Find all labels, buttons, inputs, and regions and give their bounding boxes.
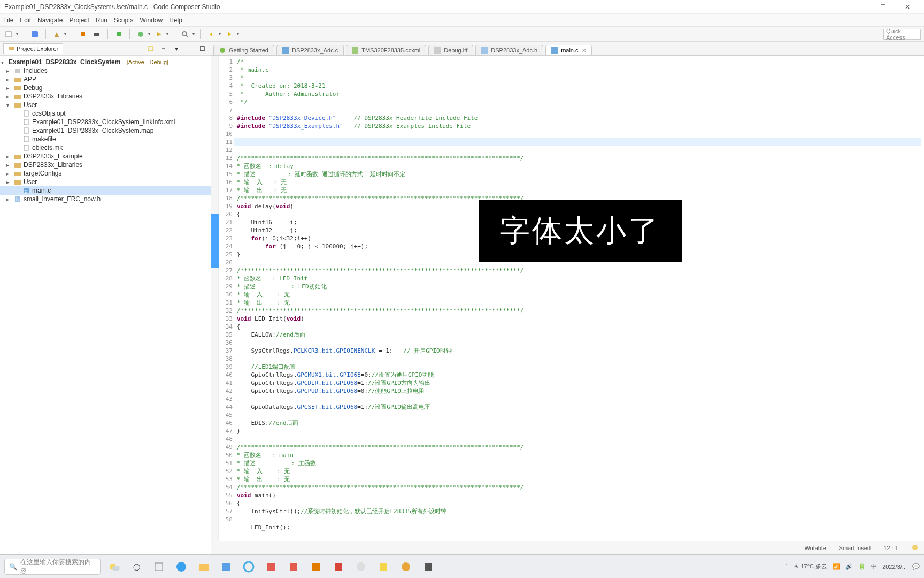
caret-icon[interactable]: ▾ — [6, 102, 12, 108]
tree-item[interactable]: ▸Debug — [0, 83, 211, 92]
quick-access-input[interactable]: Quick Access — [883, 29, 921, 40]
taskview-button[interactable]: ◯ — [127, 558, 145, 576]
maximize-button[interactable]: ☐ — [871, 0, 895, 14]
project-explorer-tab[interactable]: Project Explorer — [3, 43, 63, 54]
tree-item[interactable]: makefile — [0, 135, 211, 143]
caret-down-icon[interactable]: ▾ — [1, 59, 6, 65]
network-icon[interactable]: 📶 — [833, 563, 840, 570]
back-dropdown-icon[interactable]: ▾ — [219, 32, 221, 36]
tree-item[interactable]: ▸DSP2833x_Example — [0, 152, 211, 161]
file-explorer-icon[interactable] — [195, 558, 213, 576]
menu-project[interactable]: Project — [69, 17, 89, 24]
tree-item[interactable]: ▸User — [0, 178, 211, 186]
editor-tab[interactable]: DSP2833x_Adc.h — [475, 45, 543, 55]
tree-item[interactable]: Example01_DSP2833x_ClockSystem_linkInfo.… — [0, 118, 211, 126]
edge-icon[interactable] — [172, 558, 190, 576]
close-window-button[interactable]: ✕ — [895, 0, 920, 14]
taskbar-app-icon[interactable] — [240, 558, 258, 576]
save-button[interactable] — [29, 29, 40, 40]
chip-button[interactable] — [91, 29, 102, 40]
forward-button[interactable] — [224, 29, 235, 40]
menu-run[interactable]: Run — [96, 17, 107, 24]
taskbar-app-icon[interactable] — [262, 558, 280, 576]
tree-item[interactable]: ▸Includes — [0, 66, 211, 75]
editor-tab[interactable]: Debug.ltf — [428, 45, 473, 55]
menu-navigate[interactable]: Navigate — [37, 17, 63, 24]
menu-file[interactable]: File — [3, 17, 13, 24]
editor-tab[interactable]: main.c✕ — [545, 45, 591, 55]
tree-item[interactable]: ccsObjs.opt — [0, 109, 211, 118]
code-editor-area[interactable]: /* * main.c * * Created on: 2018-3-21 * … — [234, 56, 924, 541]
build-dropdown-icon[interactable]: ▾ — [64, 32, 66, 36]
weather-tray[interactable]: ☀ 17°C 多云 — [794, 562, 827, 571]
taskbar-app-icon[interactable] — [374, 558, 392, 576]
editor-tab[interactable]: Getting Started — [213, 45, 274, 55]
caret-icon[interactable]: ▸ — [6, 171, 12, 177]
search-dropdown-icon[interactable]: ▾ — [192, 32, 195, 36]
editor-tab[interactable]: DSP2833x_Adc.c — [276, 45, 344, 55]
search-button[interactable] — [180, 29, 190, 40]
tray-up-icon[interactable]: ˄ — [785, 563, 788, 570]
taskbar-app-icon[interactable] — [329, 558, 348, 576]
notifications-icon[interactable]: 💬 — [912, 563, 920, 570]
taskbar-app-icon[interactable] — [397, 558, 415, 576]
caret-icon[interactable]: ▸ — [6, 85, 12, 91]
forward-dropdown-icon[interactable]: ▾ — [237, 32, 239, 36]
new-dropdown-icon[interactable]: ▾ — [16, 32, 18, 36]
project-tree[interactable]: ▾ Example01_DSP2833x_ClockSystem [Active… — [0, 56, 211, 554]
taskbar-app-icon[interactable] — [352, 558, 370, 576]
tree-item[interactable]: ▸APP — [0, 75, 211, 83]
caret-icon[interactable]: ▸ — [6, 154, 12, 159]
tree-item[interactable]: cmain.c — [0, 186, 211, 195]
stop-button[interactable] — [113, 29, 124, 40]
tray-clock[interactable]: 2022/3/... — [882, 564, 907, 570]
tree-item[interactable]: ▸hsmall_inverter_FRC_now.h — [0, 195, 211, 203]
back-button[interactable] — [206, 29, 217, 40]
taskbar-app-icon[interactable] — [307, 558, 325, 576]
weather-widget-icon[interactable] — [105, 558, 123, 576]
run-dropdown-icon[interactable]: ▾ — [166, 32, 168, 36]
svg-rect-17 — [14, 95, 21, 99]
flash-button[interactable] — [78, 29, 88, 40]
menu-edit[interactable]: Edit — [20, 17, 31, 24]
taskbar-app-icon[interactable] — [217, 558, 235, 576]
taskbar-search-input[interactable]: 🔍 在这里输入你要搜索的内容 — [4, 559, 101, 575]
debug-button[interactable] — [135, 29, 146, 40]
close-tab-icon[interactable]: ✕ — [582, 48, 586, 54]
caret-icon[interactable]: ▸ — [6, 162, 12, 168]
menu-help[interactable]: Help — [169, 17, 182, 24]
view-menu-button[interactable]: ▾ — [171, 43, 182, 54]
system-tray[interactable]: ˄ ☀ 17°C 多云 📶 🔊 🔋 中 2022/3/... 💬 — [785, 562, 920, 571]
new-button[interactable] — [3, 29, 14, 40]
taskbar-app-icon[interactable] — [284, 558, 303, 576]
collapse-all-button[interactable] — [145, 43, 156, 54]
caret-icon[interactable]: ▸ — [6, 179, 12, 185]
tree-item[interactable]: ▾User — [0, 101, 211, 109]
tree-item[interactable]: ▸DSP2833x_Libraries — [0, 161, 211, 169]
tree-item[interactable]: ▸targetConfigs — [0, 169, 211, 178]
caret-icon[interactable]: ▸ — [6, 68, 12, 74]
battery-icon[interactable]: 🔋 — [858, 563, 866, 570]
debug-dropdown-icon[interactable]: ▾ — [148, 32, 150, 36]
ime-icon[interactable]: 中 — [871, 562, 877, 571]
editor-body[interactable]: 1 2 3 4 5 6 7 8 9 10 11 12 13 14 15 16 1… — [211, 56, 924, 541]
menu-window[interactable]: Window — [140, 17, 163, 24]
tree-item[interactable]: objects.mk — [0, 143, 211, 152]
caret-icon[interactable]: ▸ — [6, 94, 12, 100]
caret-icon[interactable]: ▸ — [6, 77, 12, 82]
panel-maximize-button[interactable]: ☐ — [197, 43, 207, 54]
link-editor-button[interactable] — [158, 43, 169, 54]
cortana-icon[interactable] — [150, 558, 168, 576]
caret-icon[interactable]: ▸ — [6, 196, 12, 202]
build-button[interactable] — [51, 29, 62, 40]
run-button[interactable] — [153, 29, 164, 40]
taskbar-app-icon[interactable] — [419, 558, 437, 576]
tree-item[interactable]: ▸DSP2833x_Libraries — [0, 92, 211, 101]
project-root[interactable]: ▾ Example01_DSP2833x_ClockSystem [Active… — [0, 58, 211, 66]
tree-item[interactable]: Example01_DSP2833x_ClockSystem.map — [0, 126, 211, 135]
menu-scripts[interactable]: Scripts — [114, 17, 134, 24]
panel-minimize-button[interactable]: — — [184, 43, 195, 54]
editor-tab[interactable]: TMS320F28335.ccxml — [346, 45, 426, 55]
volume-icon[interactable]: 🔊 — [845, 563, 853, 570]
minimize-button[interactable]: — — [846, 0, 871, 14]
